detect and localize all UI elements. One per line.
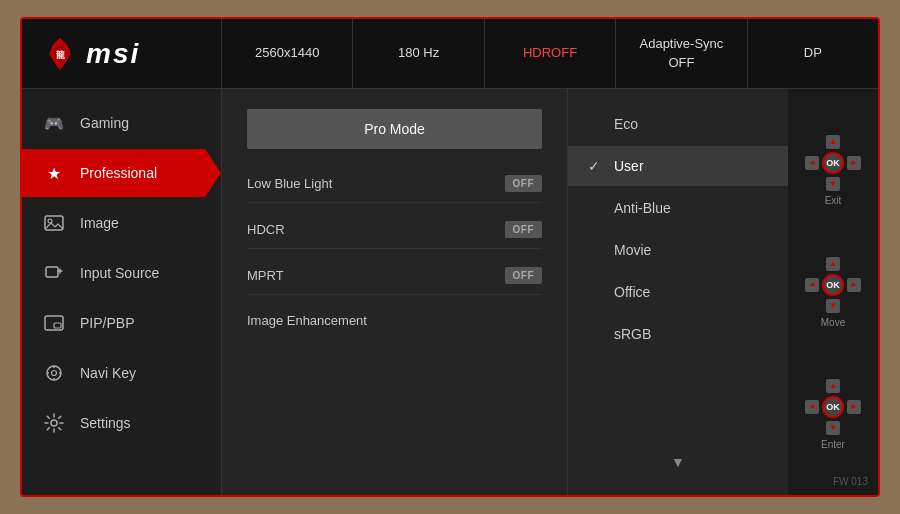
exit-control[interactable]: ▲ ◄ OK ► ▼ Exit bbox=[805, 135, 861, 206]
dpad-left-exit[interactable]: ◄ bbox=[805, 156, 819, 170]
controls-panel: ▲ ◄ OK ► ▼ Exit ▲ ◄ OK ► ▼ Move bbox=[788, 89, 878, 495]
svg-point-8 bbox=[47, 366, 61, 380]
sidebar-item-settings[interactable]: Settings bbox=[22, 399, 221, 447]
sidebar-item-professional[interactable]: ★ Professional bbox=[22, 149, 221, 197]
settings-icon bbox=[42, 411, 66, 435]
dpad-left-move[interactable]: ◄ bbox=[805, 278, 819, 292]
sidebar-item-pip-pbp[interactable]: PIP/PBP bbox=[22, 299, 221, 347]
connection-spec: DP bbox=[748, 19, 878, 88]
move-control[interactable]: ▲ ◄ OK ► ▼ Move bbox=[805, 257, 861, 328]
navi-key-icon bbox=[42, 361, 66, 385]
low-blue-light-row: Low Blue Light OFF bbox=[247, 165, 542, 203]
mode-anti-blue[interactable]: Anti-Blue bbox=[568, 188, 788, 228]
center-panel: Pro Mode Low Blue Light OFF HDCR OFF MPR… bbox=[222, 89, 568, 495]
logo-area: 龍 msi bbox=[22, 19, 222, 88]
pro-mode-button[interactable]: Pro Mode bbox=[247, 109, 542, 149]
svg-rect-5 bbox=[46, 267, 58, 277]
mode-movie[interactable]: Movie bbox=[568, 230, 788, 270]
top-specs: 2560x1440 180 Hz HDROFF Adaptive-Sync OF… bbox=[222, 19, 878, 88]
move-dpad[interactable]: ▲ ◄ OK ► ▼ bbox=[805, 257, 861, 313]
mode-eco[interactable]: Eco bbox=[568, 104, 788, 144]
enter-label: Enter bbox=[821, 439, 845, 450]
mprt-row: MPRT OFF bbox=[247, 257, 542, 295]
svg-point-4 bbox=[48, 219, 52, 223]
sidebar-item-navi-key[interactable]: Navi Key bbox=[22, 349, 221, 397]
sidebar: 🎮 Gaming ★ Professional Image Input Sour… bbox=[22, 89, 222, 495]
dpad-up-enter[interactable]: ▲ bbox=[826, 379, 840, 393]
more-modes-indicator: ▼ bbox=[568, 444, 788, 480]
sidebar-item-image[interactable]: Image bbox=[22, 199, 221, 247]
svg-rect-7 bbox=[54, 323, 61, 328]
image-enhancement-row[interactable]: Image Enhancement bbox=[247, 303, 542, 338]
resolution-spec: 2560x1440 bbox=[222, 19, 353, 88]
adaptive-sync-spec: Adaptive-Sync OFF bbox=[616, 19, 747, 88]
hdr-spec: HDROFF bbox=[485, 19, 616, 88]
refresh-rate-spec: 180 Hz bbox=[353, 19, 484, 88]
exit-label: Exit bbox=[825, 195, 842, 206]
top-bar: 龍 msi 2560x1440 180 Hz HDROFF Adaptive-S… bbox=[22, 19, 878, 89]
mprt-toggle[interactable]: OFF bbox=[505, 267, 543, 284]
fw-version: FW 013 bbox=[833, 476, 868, 487]
hdcr-row: HDCR OFF bbox=[247, 211, 542, 249]
image-icon bbox=[42, 211, 66, 235]
dpad-right-enter[interactable]: ► bbox=[847, 400, 861, 414]
dpad-down-enter[interactable]: ▼ bbox=[826, 421, 840, 435]
svg-text:龍: 龍 bbox=[56, 49, 66, 59]
low-blue-light-toggle[interactable]: OFF bbox=[505, 175, 543, 192]
dpad-left-enter[interactable]: ◄ bbox=[805, 400, 819, 414]
dpad-up-exit[interactable]: ▲ bbox=[826, 135, 840, 149]
professional-icon: ★ bbox=[42, 161, 66, 185]
monitor-frame: 龍 msi 2560x1440 180 Hz HDROFF Adaptive-S… bbox=[20, 17, 880, 497]
exit-dpad[interactable]: ▲ ◄ OK ► ▼ bbox=[805, 135, 861, 191]
msi-logo-text: msi bbox=[86, 38, 140, 70]
pip-pbp-icon bbox=[42, 311, 66, 335]
enter-control[interactable]: ▲ ◄ OK ► ▼ Enter bbox=[805, 379, 861, 450]
gaming-icon: 🎮 bbox=[42, 111, 66, 135]
dpad-down-exit[interactable]: ▼ bbox=[826, 177, 840, 191]
enter-dpad[interactable]: ▲ ◄ OK ► ▼ bbox=[805, 379, 861, 435]
sidebar-item-gaming[interactable]: 🎮 Gaming bbox=[22, 99, 221, 147]
dpad-right-move[interactable]: ► bbox=[847, 278, 861, 292]
hdcr-toggle[interactable]: OFF bbox=[505, 221, 543, 238]
svg-point-9 bbox=[52, 371, 57, 376]
input-source-icon bbox=[42, 261, 66, 285]
mode-srgb[interactable]: sRGB bbox=[568, 314, 788, 354]
dpad-down-move[interactable]: ▼ bbox=[826, 299, 840, 313]
dpad-right-exit[interactable]: ► bbox=[847, 156, 861, 170]
svg-rect-3 bbox=[45, 216, 63, 230]
dpad-center-move[interactable]: OK bbox=[822, 274, 844, 296]
main-content: 🎮 Gaming ★ Professional Image Input Sour… bbox=[22, 89, 878, 495]
sidebar-item-input-source[interactable]: Input Source bbox=[22, 249, 221, 297]
dpad-center-exit[interactable]: OK bbox=[822, 152, 844, 174]
mode-user[interactable]: ✓ User bbox=[568, 146, 788, 186]
move-label: Move bbox=[821, 317, 845, 328]
msi-logo-icon: 龍 bbox=[42, 36, 78, 72]
svg-point-14 bbox=[51, 420, 57, 426]
mode-office[interactable]: Office bbox=[568, 272, 788, 312]
right-panel: Eco ✓ User Anti-Blue Movie Office sRGB bbox=[568, 89, 788, 495]
dpad-center-enter[interactable]: OK bbox=[822, 396, 844, 418]
dpad-up-move[interactable]: ▲ bbox=[826, 257, 840, 271]
